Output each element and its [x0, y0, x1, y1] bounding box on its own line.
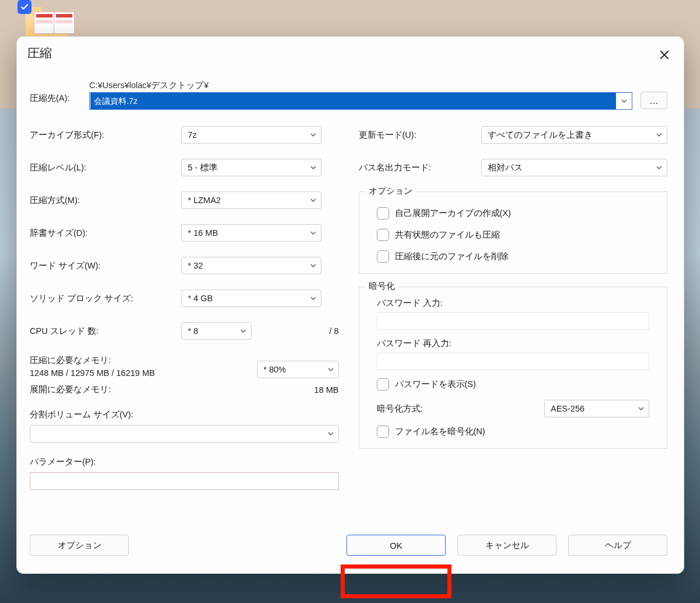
word-label: ワード サイズ(W): — [30, 260, 181, 271]
mem-compress-label: 圧縮に必要なメモリ: — [30, 355, 257, 366]
encryption-legend: 暗号化 — [365, 281, 398, 292]
checkbox-icon — [377, 426, 389, 438]
shared-checkbox[interactable]: 共有状態のファイルも圧縮 — [377, 229, 657, 241]
close-button[interactable] — [652, 45, 677, 65]
encryption-group: 暗号化 パスワード 入力: パスワード 再入力: パスワードを表示(S) 暗号化… — [359, 287, 668, 449]
update-mode-select[interactable]: すべてのファイルを上書き — [481, 126, 668, 144]
params-label: パラメーター(P): — [30, 456, 339, 468]
threads-select[interactable]: * 8 — [181, 322, 251, 340]
chevron-down-icon — [238, 327, 249, 334]
chevron-down-icon — [326, 366, 336, 373]
method-select[interactable]: * LZMA2 — [181, 191, 321, 209]
compress-dialog: 圧縮 圧縮先(A): C:¥Users¥lolac¥デスクトップ¥ 会議資料.7… — [16, 36, 684, 574]
mem-decompress-value: 18 MB — [314, 385, 339, 395]
enc-method-label: 暗号化方式: — [377, 403, 545, 414]
sfx-checkbox[interactable]: 自己展開アーカイブの作成(X) — [377, 207, 657, 219]
chevron-down-icon — [308, 197, 318, 204]
update-mode-label: 更新モード(U): — [359, 130, 481, 141]
solid-select[interactable]: * 4 GB — [181, 290, 321, 307]
password2-input[interactable] — [377, 353, 650, 370]
params-input[interactable] — [30, 472, 339, 490]
close-icon — [659, 50, 670, 60]
threads-label: CPU スレッド 数: — [30, 326, 181, 337]
level-select[interactable]: 5 - 標準 — [181, 159, 321, 176]
chevron-down-icon — [308, 229, 318, 236]
solid-label: ソリッド ブロック サイズ: — [30, 293, 181, 304]
dest-path: C:¥Users¥lolac¥デスクトップ¥ — [89, 80, 632, 91]
threads-total: / 8 — [329, 326, 338, 336]
split-label: 分割ボリューム サイズ(V): — [30, 409, 339, 420]
ok-button[interactable]: OK — [346, 535, 446, 556]
method-label: 圧縮方式(M): — [30, 195, 181, 206]
checkbox-icon — [377, 378, 389, 391]
dest-filename: 会議資料.7z — [90, 93, 616, 109]
mem-compress-detail: 1248 MB / 12975 MB / 16219 MB — [30, 368, 257, 378]
show-password-checkbox[interactable]: パスワードを表示(S) — [377, 378, 657, 391]
chevron-down-icon — [654, 164, 664, 171]
chevron-down-icon — [308, 131, 318, 138]
level-label: 圧縮レベル(L): — [30, 162, 181, 173]
delete-after-checkbox[interactable]: 圧縮後に元のファイルを削除 — [377, 250, 657, 263]
dialog-title: 圧縮 — [27, 45, 52, 61]
cancel-button[interactable]: キャンセル — [457, 535, 556, 556]
checkbox-icon — [377, 229, 389, 241]
options-button[interactable]: オプション — [30, 535, 129, 556]
options-group: オプション 自己展開アーカイブの作成(X) 共有状態のファイルも圧縮 圧縮後に元… — [359, 191, 668, 274]
chevron-down-icon — [308, 164, 318, 171]
checkbox-icon — [377, 207, 389, 219]
path-mode-label: パス名出力モード: — [359, 162, 481, 173]
password-label: パスワード 入力: — [377, 298, 657, 309]
chevron-down-icon — [326, 430, 336, 437]
mem-pct-select[interactable]: * 80% — [257, 361, 339, 378]
enc-method-select[interactable]: AES-256 — [544, 400, 649, 417]
dict-label: 辞書サイズ(D): — [30, 228, 181, 239]
chevron-down-icon — [308, 262, 318, 269]
chevron-down-icon — [654, 131, 664, 138]
checkmark-icon — [18, 0, 32, 14]
format-label: アーカイブ形式(F): — [30, 130, 181, 141]
chevron-down-icon — [636, 405, 646, 412]
dest-filename-combo[interactable]: 会議資料.7z — [89, 92, 632, 110]
path-mode-select[interactable]: 相対パス — [481, 159, 668, 176]
help-button[interactable]: ヘルプ — [568, 535, 667, 556]
split-combo[interactable] — [30, 425, 339, 442]
checkbox-icon — [377, 250, 389, 263]
word-select[interactable]: * 32 — [181, 257, 321, 274]
browse-button[interactable]: ... — [640, 92, 667, 109]
mem-decompress-label: 展開に必要なメモリ: — [30, 384, 314, 395]
dest-label: 圧縮先(A): — [30, 80, 81, 104]
chevron-down-icon — [308, 295, 318, 302]
options-legend: オプション — [365, 186, 416, 197]
password2-label: パスワード 再入力: — [377, 338, 657, 349]
dict-select[interactable]: * 16 MB — [181, 224, 321, 242]
encrypt-names-checkbox[interactable]: ファイル名を暗号化(N) — [377, 426, 657, 438]
chevron-down-icon — [617, 97, 632, 104]
format-select[interactable]: 7z — [181, 126, 321, 144]
password-input[interactable] — [377, 312, 650, 330]
